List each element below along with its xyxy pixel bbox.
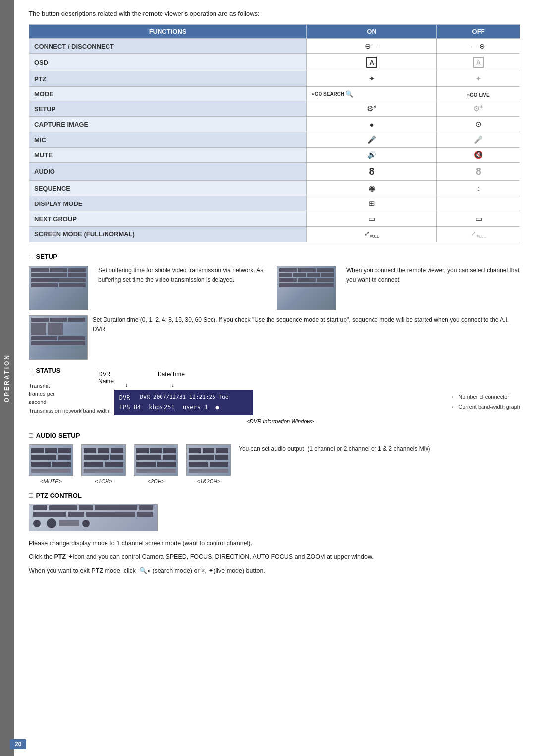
table-row: NEXT GROUP ▭ ▭ — [29, 211, 520, 227]
func-audio: AUDIO — [29, 163, 307, 181]
setup-text-1: Set buffering time for stable video tran… — [98, 266, 272, 285]
capture-off-icon: ⊙ — [437, 117, 520, 132]
side-tab-label: OPERATION — [3, 354, 10, 402]
audio-label-1ch: <1CH> — [95, 478, 112, 484]
audio-image-1-2ch — [186, 444, 231, 476]
screen-on-icon: ⤢FULL — [307, 227, 437, 242]
table-row: OSD A A — [29, 54, 520, 71]
audio-label-mute: <MUTE> — [40, 478, 62, 484]
connect-on-icon: ⊖— — [307, 39, 437, 54]
mic-off-icon: 🎤 — [437, 132, 520, 148]
status-left: Transmit frames per second Transmission … — [29, 382, 109, 414]
setup-grid: Set buffering time for stable video tran… — [29, 266, 520, 310]
mode-off-icon: »GO LIVE — [437, 87, 520, 101]
audio-item-1-2ch: <1&2CH> — [186, 444, 231, 484]
setup-image-3 — [29, 315, 88, 360]
col-header-off: OFF — [437, 25, 520, 39]
audio-item-2ch: <2CH> — [134, 444, 178, 484]
audio-text: You can set audio output. (1 channel or … — [239, 444, 520, 454]
next-off-icon: ▭ — [437, 211, 520, 227]
page-wrapper: OPERATION The button descriptions relate… — [0, 0, 535, 756]
setup-row-2: Set Duration time (0, 1, 2, 4, 8, 15, 30… — [29, 315, 520, 360]
functions-table: FUNCTIONS ON OFF CONNECT / DISCONNECT ⊖—… — [29, 24, 520, 242]
mute-off-icon: 🔇 — [437, 148, 520, 163]
seq-off-icon: ○ — [437, 181, 520, 196]
setup-image-2 — [277, 266, 336, 310]
func-setup: SETUP — [29, 101, 307, 117]
seq-on-icon: ◉ — [307, 181, 437, 196]
dvr-datetime: DVR 2007/12/31 12:21:25 Tue — [140, 393, 229, 403]
audio-heading: AUDIO SETUP — [29, 431, 520, 439]
audio-image-1ch — [81, 444, 126, 476]
live-icon-inline: ✦ — [208, 567, 214, 574]
kbps-value: kbps 251 — [149, 403, 175, 412]
table-row: SCREEN MODE (FULL/NORMAL) ⤢FULL ⤢FULL — [29, 227, 520, 242]
col-header-functions: FUNCTIONS — [29, 25, 307, 39]
func-sequence: SEQUENCE — [29, 181, 307, 196]
table-row: CONNECT / DISCONNECT ⊖— —⊕ — [29, 39, 520, 54]
dvr-line1: DVR DVR 2007/12/31 12:21:25 Tue — [119, 393, 248, 403]
osd-off-icon: A — [437, 54, 520, 71]
fps-value: FPS 84 — [119, 403, 141, 412]
ptz-image — [29, 504, 158, 531]
intro-text: The button descriptions related with the… — [29, 10, 520, 17]
func-mic: MIC — [29, 132, 307, 148]
bandwidth-label: Transmission network band width — [29, 408, 109, 414]
table-row: DISPLAY MODE ⊞ — [29, 196, 520, 211]
dvr-window-label: <DVR Information Window> — [114, 418, 446, 424]
status-right: ← Number of connecter ← Current band-wid… — [451, 382, 520, 412]
side-tab: OPERATION — [0, 0, 14, 756]
connecter-label: Number of connecter — [458, 393, 509, 402]
users-value: users 1 — [183, 403, 208, 412]
ptz-icon-inline: ✦ — [68, 554, 73, 560]
status-section: DVR Name Date/Time Transmit frames per s… — [29, 380, 520, 425]
dvr-label: DVR — [119, 393, 130, 403]
dvr-line2: FPS 84 kbps 251 users 1 ● — [119, 403, 248, 412]
dvr-name-arrow: ↓ ↓ — [119, 382, 446, 388]
connect-off-icon: —⊕ — [437, 39, 520, 54]
func-next: NEXT GROUP — [29, 211, 307, 227]
dvr-info-box: DVR DVR 2007/12/31 12:21:25 Tue FPS 84 k… — [114, 390, 253, 416]
audio-image-mute — [29, 444, 73, 476]
bottom-text-1: Please change display mode to 1 channel … — [29, 538, 520, 549]
osd-on-icon: A — [307, 54, 437, 71]
ptz-off-icon: ✦ — [437, 71, 520, 87]
setup-heading: SETUP — [29, 253, 520, 261]
mic-on-icon: 🎤 — [307, 132, 437, 148]
audio-off-icon: 8 — [437, 163, 520, 181]
main-content: The button descriptions related with the… — [14, 0, 535, 756]
audio-setup-grid: <MUTE> <1CH> <2CH> — [29, 444, 520, 484]
audio-label-2ch: <2CH> — [148, 478, 165, 484]
screen-off-icon: ⤢FULL — [437, 227, 520, 242]
bottom-text-3: When you want to exit PTZ mode, click 🔍»… — [29, 565, 520, 576]
audio-item-mute: <MUTE> — [29, 444, 73, 484]
table-row: MODE «GO SEARCH🔍 »GO LIVE — [29, 87, 520, 101]
mute-on-icon: 🔊 — [307, 148, 437, 163]
func-connect: CONNECT / DISCONNECT — [29, 39, 307, 54]
ptz-bold: PTZ — [54, 554, 66, 560]
dvr-name-label: DVR Name — [98, 371, 114, 385]
table-row: CAPTURE IMAGE ● ⊙ — [29, 117, 520, 132]
setup-text-3: Set Duration time (0, 1, 2, 4, 8, 15, 30… — [93, 315, 520, 334]
bandwidth-graph-label-row: ← Current band-width graph — [451, 403, 520, 412]
ptz-section — [29, 504, 520, 531]
func-screen: SCREEN MODE (FULL/NORMAL) — [29, 227, 307, 242]
ptz-on-icon: ✦ — [307, 71, 437, 87]
dvr-box-container: ↓ ↓ DVR DVR 2007/12/31 12:21:25 Tue FPS … — [114, 382, 446, 425]
status-outer: Transmit frames per second Transmission … — [29, 382, 520, 425]
setup-image-1 — [29, 266, 88, 310]
table-row: MIC 🎤 🎤 — [29, 132, 520, 148]
search-icon-inline: 🔍 — [139, 567, 147, 574]
table-row: SEQUENCE ◉ ○ — [29, 181, 520, 196]
page-number: 20 — [10, 739, 26, 749]
table-row: SETUP ⚙✱ ⚙✱ — [29, 101, 520, 117]
table-row: AUDIO 8 8 — [29, 163, 520, 181]
ptz-heading: PTZ CONTROL — [29, 491, 520, 499]
func-mode: MODE — [29, 87, 307, 101]
table-row: PTZ ✦ ✦ — [29, 71, 520, 87]
func-mute: MUTE — [29, 148, 307, 163]
setup-text-2: When you connect the remote viewer, you … — [346, 266, 520, 285]
bandwidth-graph-label: Current band-width graph — [458, 403, 520, 412]
audio-item-1ch: <1CH> — [81, 444, 126, 484]
col-header-on: ON — [307, 25, 437, 39]
